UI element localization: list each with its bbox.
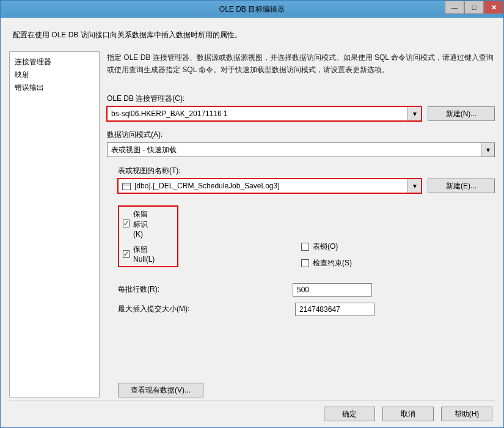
connection-manager-label: OLE DB 连接管理器(C): <box>107 94 495 104</box>
keep-nulls-label: 保留 Null(L) <box>133 245 155 264</box>
connection-manager-value: bs-sql06.HKERP_BAK_20171116 1 <box>107 106 422 121</box>
new-connection-button[interactable]: 新建(N)... <box>428 106 495 121</box>
table-name-block: 表或视图的名称(T): [dbo].[_DEL_CRM_ScheduleJob_… <box>107 166 495 193</box>
footer-buttons: 确定 取消 帮助(H) <box>9 400 495 421</box>
max-commit-label: 最大插入提交大小(M): <box>118 304 295 314</box>
main-row: 连接管理器 映射 错误输出 指定 OLE DB 连接管理器、数据源或数据源视图，… <box>9 51 495 397</box>
rows-per-batch-input[interactable]: 500 <box>293 283 372 297</box>
options-block: ✓ 保留标识(K) ✓ 保留 Null(L) <box>107 202 495 322</box>
access-mode-label: 数据访问模式(A): <box>107 130 495 140</box>
rows-per-batch-row: 每批行数(R): 500 <box>118 283 495 297</box>
view-existing-data-button[interactable]: 查看现有数据(V)... <box>118 383 203 397</box>
access-mode-combo[interactable]: 表或视图 - 快速加载 ▾ <box>107 142 495 157</box>
chevron-down-icon: ▾ <box>407 179 421 193</box>
chevron-down-icon: ▾ <box>407 107 421 120</box>
connection-manager-block: OLE DB 连接管理器(C): bs-sql06.HKERP_BAK_2017… <box>107 94 495 121</box>
access-mode-block: 数据访问模式(A): 表或视图 - 快速加载 ▾ <box>107 130 495 157</box>
check-constraints-label: 检查约束(S) <box>313 258 352 268</box>
check-constraints-checkbox[interactable] <box>301 259 309 267</box>
window-controls: — □ ✕ <box>445 1 503 14</box>
table-lock-label: 表锁(O) <box>313 242 338 252</box>
nav-item-error-output[interactable]: 错误输出 <box>15 81 94 94</box>
nav-item-mapping[interactable]: 映射 <box>15 68 94 81</box>
table-name-text: [dbo].[_DEL_CRM_ScheduleJob_SaveLog3] <box>134 182 280 190</box>
content-panel: 指定 OLE DB 连接管理器、数据源或数据源视图，并选择数据访问模式。如果使用… <box>107 51 495 397</box>
dialog-description: 配置在使用 OLE DB 访问接口向关系数据库中插入数据时所用的属性。 <box>13 30 491 40</box>
keep-identity-checkbox[interactable]: ✓ <box>123 220 130 227</box>
titlebar: OLE DB 目标编辑器 — □ ✕ <box>1 1 503 18</box>
minimize-button[interactable]: — <box>445 1 464 14</box>
view-data-row: 查看现有数据(V)... <box>107 369 495 397</box>
table-name-combo[interactable]: [dbo].[_DEL_CRM_ScheduleJob_SaveLog3] ▾ <box>118 179 422 193</box>
keep-nulls-checkbox[interactable]: ✓ <box>123 250 130 258</box>
max-commit-row: 最大插入提交大小(M): 2147483647 <box>118 303 495 316</box>
table-name-value: [dbo].[_DEL_CRM_ScheduleJob_SaveLog3] <box>118 179 422 193</box>
nav-item-connection-manager[interactable]: 连接管理器 <box>15 56 94 68</box>
dialog-window: OLE DB 目标编辑器 — □ ✕ 配置在使用 OLE DB 访问接口向关系数… <box>0 0 504 428</box>
connection-manager-combo[interactable]: bs-sql06.HKERP_BAK_20171116 1 ▾ <box>107 106 422 121</box>
new-table-button[interactable]: 新建(E)... <box>428 179 495 193</box>
table-name-label: 表或视图的名称(T): <box>118 166 495 176</box>
nav-panel: 连接管理器 映射 错误输出 <box>9 51 100 397</box>
close-button[interactable]: ✕ <box>484 1 503 14</box>
dialog-body: 配置在使用 OLE DB 访问接口向关系数据库中插入数据时所用的属性。 连接管理… <box>1 18 503 427</box>
table-lock-checkbox[interactable] <box>301 243 309 251</box>
max-commit-input[interactable]: 2147483647 <box>295 303 374 316</box>
keep-identity-label: 保留标识(K) <box>133 209 148 238</box>
help-button[interactable]: 帮助(H) <box>441 407 492 421</box>
chevron-down-icon: ▾ <box>481 143 494 157</box>
maximize-button[interactable]: □ <box>464 1 484 14</box>
cancel-button[interactable]: 取消 <box>382 407 434 421</box>
table-icon <box>122 183 131 190</box>
ok-button[interactable]: 确定 <box>324 407 375 421</box>
access-mode-value: 表或视图 - 快速加载 <box>107 142 495 157</box>
rows-per-batch-label: 每批行数(R): <box>118 284 295 295</box>
window-title: OLE DB 目标编辑器 <box>1 4 503 15</box>
instruction-text: 指定 OLE DB 连接管理器、数据源或数据源视图，并选择数据访问模式。如果使用… <box>107 51 495 76</box>
